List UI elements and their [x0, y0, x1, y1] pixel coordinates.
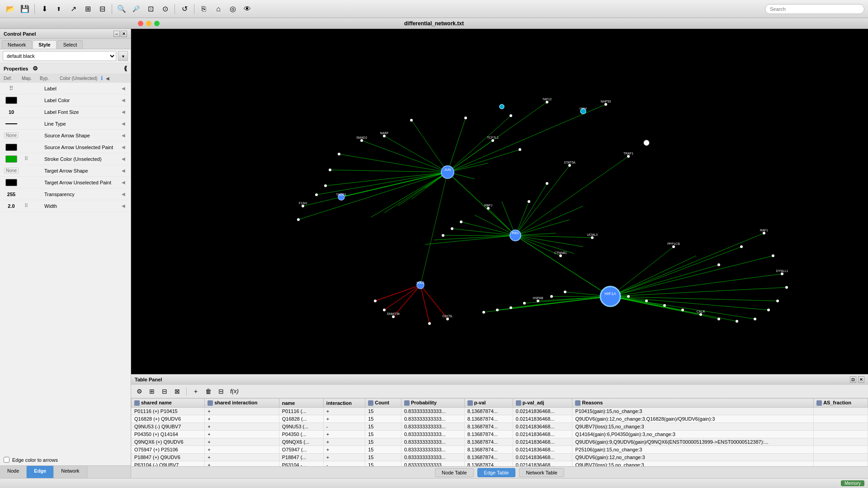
prop-stroke-color-def[interactable] [2, 155, 21, 163]
table-tab-node[interactable]: Node Table [435, 468, 473, 477]
open-session-btn[interactable]: 📂 [4, 3, 17, 15]
th-shared-interaction[interactable]: shared interaction [205, 399, 279, 408]
label-dots-icon[interactable]: ⠿ [9, 85, 14, 92]
prop-source-arrow-def[interactable]: None [2, 132, 21, 138]
panel-close-btn[interactable]: ✕ [121, 31, 127, 37]
style-options-btn[interactable]: ▾ [118, 51, 128, 61]
stroke-color-prop-arrow[interactable]: ◀ [122, 156, 129, 161]
close-window-btn[interactable] [138, 21, 143, 26]
prop-line-type-def[interactable] [2, 123, 21, 124]
label-prop-arrow[interactable]: ◀ [122, 86, 129, 91]
target-arrow-prop-arrow[interactable]: ◀ [122, 168, 129, 173]
th-name[interactable]: name [279, 399, 323, 408]
target-arrow-paint-prop-arrow[interactable]: ◀ [122, 180, 129, 185]
prop-target-arrow-def[interactable]: None [2, 168, 21, 174]
table-expand-btn[interactable]: ⊡ [850, 376, 856, 383]
cell-probability: 0.833333333333... [401, 415, 464, 423]
zoom-fit-btn[interactable]: ⊡ [144, 3, 157, 15]
font-size-prop-arrow[interactable]: ◀ [122, 109, 129, 114]
th-shared-name[interactable]: shared name [132, 399, 205, 408]
th-reasons[interactable]: Reasons [572, 399, 814, 408]
th-pval-adj[interactable]: p-val_adj [513, 399, 572, 408]
prop-label: ⠿ Label ◀ [0, 83, 131, 94]
search-input[interactable] [765, 4, 864, 14]
table-delete-btn[interactable]: 🗑 [203, 386, 214, 397]
table-close-btn[interactable]: ✕ [858, 376, 864, 383]
table-options-btn[interactable]: ⊟ [216, 386, 226, 397]
network-canvas[interactable]: JUN RB1 HIF1A TACO1 HJLS TAF12 NHP50 TRA… [131, 29, 868, 374]
layout3-btn[interactable]: ⊟ [95, 3, 109, 15]
th-as-fraction[interactable]: AS_fraction [814, 399, 868, 408]
th-count[interactable]: Count [365, 399, 401, 408]
data-table-container[interactable]: shared name shared interaction name inte… [131, 398, 868, 466]
table-add-btn[interactable]: + [190, 386, 201, 397]
zoom-out-btn[interactable]: 🔎 [129, 3, 143, 15]
tab-select[interactable]: Select [57, 40, 83, 49]
label-color-swatch[interactable] [5, 97, 17, 104]
table-tab-network[interactable]: Network Table [519, 468, 564, 477]
table-filter1-btn[interactable]: ⊟ [159, 386, 170, 397]
source-arrow-paint-prop-arrow[interactable]: ◀ [122, 145, 129, 150]
table-gear-btn[interactable]: ⚙ [134, 386, 145, 397]
color-info-icon[interactable]: ℹ [101, 75, 103, 81]
maximize-window-btn[interactable] [154, 21, 160, 26]
panel-minimize-btn[interactable]: – [113, 31, 120, 37]
prop-target-arrow-paint: Target Arrow Unselected Paint ◀ [0, 177, 131, 188]
svg-point-85 [464, 117, 467, 119]
cell-interaction: + [323, 415, 365, 423]
source-arrow-prop-arrow[interactable]: ◀ [122, 133, 129, 138]
refresh-btn[interactable]: ↺ [178, 3, 191, 15]
label-color-prop-arrow[interactable]: ◀ [122, 98, 129, 103]
prop-source-arrow: None Source Arrow Shape ◀ [0, 130, 131, 141]
stroke-color-swatch[interactable] [5, 155, 17, 163]
tab-network[interactable]: Network [2, 40, 32, 49]
table-filter2-btn[interactable]: ⊠ [172, 386, 183, 397]
save-session-btn[interactable]: 💾 [18, 3, 32, 15]
copy-btn[interactable]: ⎘ [197, 3, 211, 15]
zoom-in-btn[interactable]: 🔍 [115, 3, 128, 15]
style-select[interactable]: default black [3, 51, 116, 61]
prop-width-def[interactable]: 2.0 [2, 203, 21, 209]
line-type-prop-arrow[interactable]: ◀ [122, 121, 129, 126]
color-expand-icon[interactable]: ◀ [106, 76, 109, 81]
prop-source-arrow-paint-def[interactable] [2, 144, 21, 151]
width-prop-arrow[interactable]: ◀ [122, 203, 129, 208]
prop-font-size-def[interactable]: 10 [2, 109, 21, 115]
cell-shared-int: + [205, 446, 279, 454]
home-btn[interactable]: ⌂ [212, 3, 225, 15]
th-probability[interactable]: Probability [401, 399, 464, 408]
zoom-reset-btn[interactable]: ⊙ [158, 3, 172, 15]
prop-transparency-def[interactable]: 255 [2, 192, 21, 197]
prop-label-color-def[interactable] [2, 97, 21, 104]
export-btn[interactable]: ⬆ [52, 3, 66, 15]
th-pval[interactable]: p-val [464, 399, 513, 408]
minimize-window-btn[interactable] [146, 21, 151, 26]
layout2-btn[interactable]: ⊞ [81, 3, 94, 15]
show-btn[interactable]: 👁 [241, 3, 254, 15]
table-tab-edge[interactable]: Edge Table [477, 468, 516, 477]
import-btn[interactable]: ⬇ [38, 3, 51, 15]
bottom-tab-network[interactable]: Network [54, 466, 87, 478]
target-arrow-paint-swatch[interactable] [5, 179, 17, 186]
table-bottom-bar: Node Table Edge Table Network Table [131, 466, 868, 478]
prop-label-def: ⠿ [2, 85, 21, 92]
share-btn[interactable]: ↗ [66, 3, 80, 15]
table-fx-btn[interactable]: f(x) [228, 386, 241, 397]
source-arrow-paint-swatch[interactable] [5, 144, 17, 151]
table-columns-btn[interactable]: ⊞ [146, 386, 157, 397]
prop-target-arrow-paint-def[interactable] [2, 179, 21, 186]
properties-expand-btn[interactable]: ⟪ [124, 65, 127, 72]
bottom-tab-edge[interactable]: Edge [27, 466, 54, 478]
prop-width-map[interactable]: ⠿ [21, 203, 32, 209]
edge-color-checkbox[interactable] [4, 457, 9, 463]
cell-name: Q9NQX6 (... [279, 438, 323, 446]
target-arrow-none-tag: None [4, 168, 19, 174]
tab-style[interactable]: Style [33, 40, 56, 49]
th-interaction[interactable]: interaction [323, 399, 365, 408]
hide-btn[interactable]: ◎ [226, 3, 240, 15]
bottom-tab-node[interactable]: Node [0, 466, 27, 478]
memory-badge[interactable]: Memory [841, 480, 864, 486]
cell-shared-name: P18847 (+) Q9UDV6 [132, 454, 205, 461]
prop-stroke-color-map[interactable]: ⠿ [21, 156, 32, 162]
transparency-prop-arrow[interactable]: ◀ [122, 192, 129, 197]
